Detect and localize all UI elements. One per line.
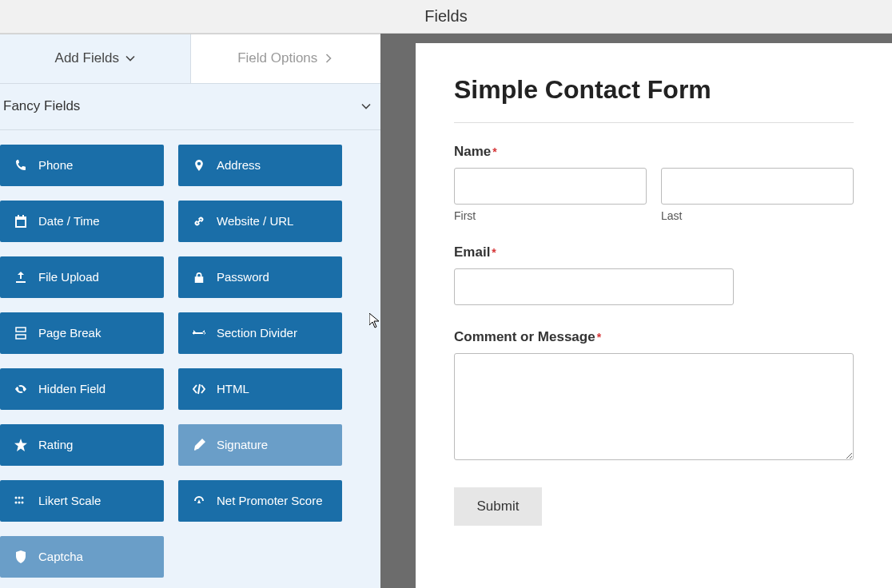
- code-icon: [193, 383, 205, 395]
- shield-icon: [14, 550, 27, 563]
- field-label: Hidden Field: [38, 382, 106, 395]
- field-nps[interactable]: Net Promoter Score: [178, 480, 342, 522]
- link-icon: [193, 215, 205, 228]
- email-input[interactable]: [454, 268, 734, 305]
- field-file-upload[interactable]: File Upload: [0, 256, 164, 298]
- chevron-right-icon: [324, 54, 333, 63]
- svg-point-3: [18, 496, 21, 499]
- form-divider: [454, 122, 854, 123]
- section-title: Fancy Fields: [3, 98, 80, 114]
- field-label: Address: [217, 158, 261, 172]
- field-html[interactable]: HTML: [178, 368, 342, 410]
- main-layout: Add Fields Field Options Fancy Fields Ph…: [0, 34, 892, 588]
- svg-point-4: [22, 496, 24, 499]
- field-password[interactable]: Password: [178, 256, 342, 298]
- map-pin-icon: [193, 159, 205, 172]
- field-label: File Upload: [38, 270, 99, 284]
- svg-rect-1: [16, 335, 26, 339]
- field-captcha[interactable]: Captcha: [0, 536, 164, 578]
- chevron-down-icon: [125, 54, 135, 63]
- first-sublabel: First: [454, 209, 647, 222]
- panel-tabs: Add Fields Field Options: [0, 34, 380, 84]
- field-rating[interactable]: Rating: [0, 424, 164, 466]
- svg-point-2: [15, 496, 18, 499]
- tab-add-fields[interactable]: Add Fields: [0, 34, 190, 83]
- calendar-icon: [14, 215, 27, 228]
- form-title: Simple Contact Form: [454, 75, 854, 105]
- svg-point-5: [15, 501, 18, 503]
- field-phone[interactable]: Phone: [0, 145, 164, 186]
- field-label: Phone: [38, 158, 73, 172]
- tab-field-options-label: Field Options: [237, 50, 317, 66]
- last-name-input[interactable]: [661, 168, 854, 205]
- divider-icon: [193, 327, 205, 340]
- field-page-break[interactable]: Page Break: [0, 312, 164, 354]
- field-label: Signature: [217, 438, 268, 451]
- field-hidden[interactable]: Hidden Field: [0, 368, 164, 410]
- likert-icon: [14, 495, 27, 507]
- field-address[interactable]: Address: [178, 145, 342, 186]
- section-fancy-fields[interactable]: Fancy Fields: [0, 84, 380, 130]
- field-label: Website / URL: [217, 214, 293, 228]
- field-label: Password: [217, 270, 269, 284]
- name-row: First Last: [454, 168, 854, 222]
- svg-point-7: [22, 501, 24, 503]
- field-label: Section Divider: [217, 326, 297, 340]
- required-indicator: *: [492, 246, 496, 259]
- lock-icon: [193, 271, 205, 284]
- eye-off-icon: [14, 383, 27, 395]
- field-section-divider[interactable]: Section Divider: [178, 312, 342, 354]
- upload-icon: [14, 271, 27, 284]
- star-icon: [14, 439, 27, 451]
- form-canvas[interactable]: Simple Contact Form Name* First Last Ema…: [416, 43, 892, 588]
- page-break-icon: [14, 327, 27, 340]
- field-signature[interactable]: Signature: [178, 424, 342, 466]
- message-textarea[interactable]: [454, 353, 854, 460]
- page-header: Fields: [0, 0, 892, 34]
- svg-rect-0: [16, 328, 26, 332]
- last-sublabel: Last: [661, 209, 854, 222]
- field-label: Net Promoter Score: [217, 494, 323, 507]
- first-name-input[interactable]: [454, 168, 647, 205]
- field-likert[interactable]: Likert Scale: [0, 480, 164, 522]
- left-panel: Add Fields Field Options Fancy Fields Ph…: [0, 34, 380, 588]
- gauge-icon: [193, 495, 205, 507]
- email-label: Email*: [454, 244, 854, 260]
- field-label: Captcha: [38, 550, 83, 563]
- phone-icon: [14, 159, 27, 172]
- required-indicator: *: [492, 145, 496, 158]
- field-label: Date / Time: [38, 214, 100, 228]
- svg-point-6: [18, 501, 21, 503]
- message-label: Comment or Message*: [454, 329, 854, 345]
- form-preview-area: Simple Contact Form Name* First Last Ema…: [380, 34, 892, 588]
- field-datetime[interactable]: Date / Time: [0, 201, 164, 242]
- pencil-icon: [193, 439, 205, 451]
- required-indicator: *: [597, 331, 601, 344]
- field-label: Rating: [38, 438, 73, 451]
- submit-button[interactable]: Submit: [454, 487, 542, 526]
- fields-list[interactable]: Phone Address Date / Time Website / URL …: [0, 130, 380, 588]
- page-title: Fields: [424, 7, 467, 26]
- field-label: Likert Scale: [38, 494, 101, 507]
- tab-add-fields-label: Add Fields: [55, 50, 119, 66]
- field-label: HTML: [217, 382, 249, 395]
- name-label: Name*: [454, 144, 854, 160]
- field-label: Page Break: [38, 326, 101, 340]
- chevron-down-icon: [361, 101, 371, 111]
- tab-field-options[interactable]: Field Options: [190, 34, 381, 83]
- field-website[interactable]: Website / URL: [178, 201, 342, 242]
